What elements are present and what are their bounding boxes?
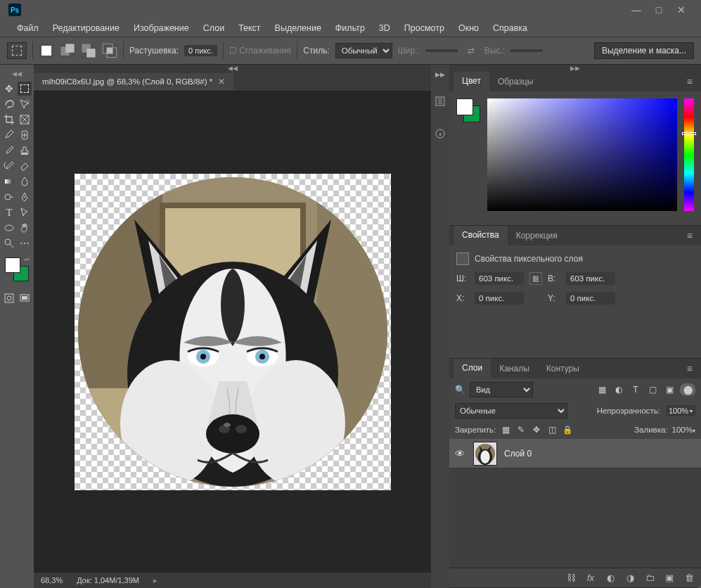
menu-filter[interactable]: Фильтр xyxy=(328,21,372,35)
properties-panel-menu-icon[interactable]: ≡ xyxy=(683,230,697,241)
document-tab[interactable]: mIh09iC8x6U.jpg @ 68,3% (Слой 0, RGB/8#)… xyxy=(34,73,233,90)
menu-3d[interactable]: 3D xyxy=(372,21,397,35)
panel-color-swatch[interactable] xyxy=(456,98,480,122)
style-select[interactable]: Обычный xyxy=(335,43,392,58)
color-swatch[interactable]: ⤺ xyxy=(5,257,29,281)
tab-adjustments[interactable]: Коррекция xyxy=(508,226,566,245)
eraser-tool-icon[interactable] xyxy=(18,159,32,173)
menu-text[interactable]: Текст xyxy=(231,21,267,35)
foreground-color-swatch[interactable] xyxy=(5,257,20,273)
layer-fx-icon[interactable]: fx xyxy=(584,573,597,583)
filter-type-icon[interactable]: T xyxy=(629,383,642,396)
quickmask-icon[interactable] xyxy=(2,291,16,305)
doctab-collapse-icon[interactable]: ◀◀ xyxy=(34,65,431,72)
panels-collapse-icon[interactable]: ▶▶ xyxy=(449,65,701,72)
zoom-level[interactable]: 68,3% xyxy=(41,576,63,584)
stamp-tool-icon[interactable] xyxy=(18,143,32,158)
selection-add-icon[interactable] xyxy=(60,43,75,58)
crop-tool-icon[interactable] xyxy=(2,113,16,127)
menu-help[interactable]: Справка xyxy=(486,21,534,35)
lock-all-icon[interactable]: 🔒 xyxy=(562,424,573,435)
layer-name[interactable]: Слой 0 xyxy=(504,449,532,459)
lasso-tool-icon[interactable] xyxy=(2,97,16,111)
tab-properties[interactable]: Свойства xyxy=(454,226,508,245)
prop-x-input[interactable]: 0 пикс. xyxy=(475,292,524,305)
blend-mode-select[interactable]: Обычные xyxy=(455,403,567,418)
doc-size[interactable]: Док: 1,04M/1,39M xyxy=(77,576,139,584)
layer-group-icon[interactable]: 🗀 xyxy=(643,573,656,583)
filter-smart-icon[interactable]: ▣ xyxy=(663,383,676,396)
marquee-tool-icon[interactable] xyxy=(18,82,32,96)
hand-tool-icon[interactable] xyxy=(18,221,32,235)
eyedropper-tool-icon[interactable] xyxy=(2,128,16,142)
shape-tool-icon[interactable] xyxy=(2,221,16,235)
menu-edit[interactable]: Редактирование xyxy=(46,21,127,35)
selection-new-icon[interactable] xyxy=(39,43,54,58)
canvas-view[interactable] xyxy=(34,91,431,573)
info-panel-icon[interactable] xyxy=(433,127,447,141)
screenmode-icon[interactable] xyxy=(18,291,32,305)
filter-adjust-icon[interactable]: ◐ xyxy=(612,383,625,396)
dodge-tool-icon[interactable] xyxy=(2,190,16,204)
color-panel-menu-icon[interactable]: ≡ xyxy=(683,76,697,87)
blur-tool-icon[interactable] xyxy=(18,174,32,188)
layers-panel-menu-icon[interactable]: ≡ xyxy=(683,363,697,374)
layer-mask-icon[interactable]: ◐ xyxy=(604,573,617,583)
new-layer-icon[interactable]: ▣ xyxy=(663,573,676,583)
prop-y-input[interactable]: 0 пикс. xyxy=(566,292,615,305)
color-picker[interactable] xyxy=(487,98,677,211)
menu-layers[interactable]: Слои xyxy=(196,21,231,35)
layer-thumbnail[interactable] xyxy=(473,442,497,466)
selection-subtract-icon[interactable] xyxy=(81,43,96,58)
delete-layer-icon[interactable]: 🗑 xyxy=(683,573,695,583)
pen-tool-icon[interactable] xyxy=(18,190,32,204)
tab-paths[interactable]: Контуры xyxy=(538,359,588,378)
opacity-input[interactable]: 100%▾ xyxy=(666,405,695,416)
history-panel-icon[interactable] xyxy=(433,94,447,108)
layer-filter-select[interactable]: Вид xyxy=(470,382,533,397)
path-select-tool-icon[interactable] xyxy=(18,205,32,219)
lock-pixels-icon[interactable]: ▦ xyxy=(500,424,511,435)
filter-pixel-icon[interactable]: ▦ xyxy=(596,383,608,396)
healing-tool-icon[interactable] xyxy=(18,128,32,142)
maximize-button[interactable]: □ xyxy=(648,1,670,18)
frame-tool-icon[interactable] xyxy=(18,113,32,127)
edit-toolbar-icon[interactable]: ⋯ xyxy=(18,236,32,250)
lock-position-icon[interactable]: ✥ xyxy=(531,424,542,435)
close-tab-icon[interactable]: ✕ xyxy=(218,77,225,87)
history-brush-tool-icon[interactable] xyxy=(2,159,16,173)
panel-fg-swatch[interactable] xyxy=(456,98,473,115)
tab-swatches[interactable]: Образцы xyxy=(489,72,541,91)
tab-layers[interactable]: Слои xyxy=(454,359,491,378)
toolbar-collapse-icon[interactable]: ◀◀ xyxy=(6,70,27,77)
artboard[interactable] xyxy=(75,174,391,490)
move-tool-icon[interactable]: ✥ xyxy=(2,82,16,96)
swap-colors-icon[interactable]: ⤺ xyxy=(25,256,30,263)
link-wh-icon[interactable]: ⛓ xyxy=(529,272,542,285)
select-and-mask-button[interactable]: Выделение и маска... xyxy=(594,42,694,59)
gradient-tool-icon[interactable] xyxy=(2,174,16,188)
menu-image[interactable]: Изображение xyxy=(127,21,196,35)
prop-w-input[interactable]: 603 пикс. xyxy=(475,272,524,285)
lock-paint-icon[interactable]: ✎ xyxy=(515,424,527,435)
feather-input[interactable]: 0 пикс. xyxy=(184,45,217,56)
close-button[interactable]: ✕ xyxy=(670,1,693,18)
adjustment-layer-icon[interactable]: ◑ xyxy=(624,573,636,583)
minimize-button[interactable]: — xyxy=(625,1,648,18)
tab-color[interactable]: Цвет xyxy=(454,72,489,91)
lock-artboard-icon[interactable]: ◫ xyxy=(546,424,558,435)
menu-file[interactable]: Файл xyxy=(10,21,46,35)
zoom-tool-icon[interactable] xyxy=(2,236,16,250)
selection-intersect-icon[interactable] xyxy=(102,43,117,58)
menu-window[interactable]: Окно xyxy=(451,21,486,35)
menu-view[interactable]: Просмотр xyxy=(397,21,451,35)
type-tool-icon[interactable]: T xyxy=(2,205,16,219)
strip-expand-icon[interactable]: ▶▶ xyxy=(433,68,447,82)
fill-input[interactable]: 100%▾ xyxy=(672,426,695,434)
link-layers-icon[interactable]: ⛓ xyxy=(565,573,577,583)
quick-select-tool-icon[interactable] xyxy=(18,97,32,111)
filter-shape-icon[interactable]: ▢ xyxy=(646,383,659,396)
layer-visibility-icon[interactable]: 👁 xyxy=(455,448,466,459)
current-tool-icon[interactable] xyxy=(7,42,27,59)
hue-slider[interactable] xyxy=(684,98,694,211)
